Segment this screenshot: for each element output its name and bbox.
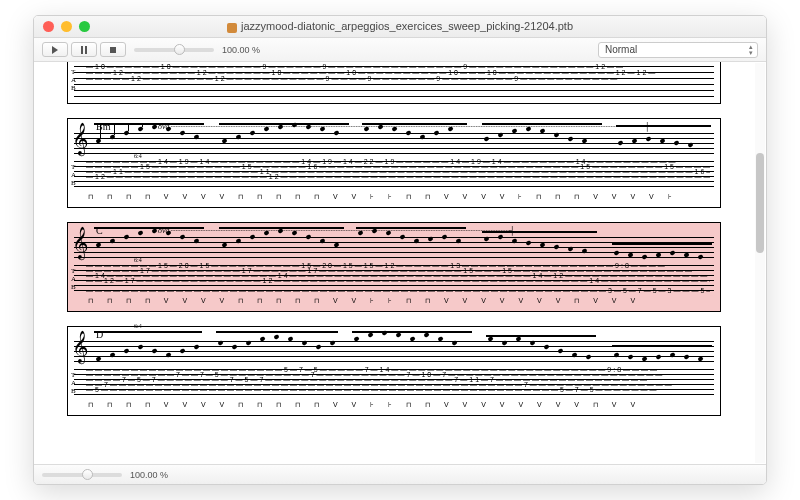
tab-clef: TAB <box>71 163 76 187</box>
tablature-staff: TAB ————————15—20—15——————————15—20—15—1… <box>74 265 714 295</box>
tab-clef: TAB <box>71 371 76 395</box>
play-button[interactable] <box>42 42 68 57</box>
notation-system[interactable]: TAB —10——————10——————————9——————9———————… <box>67 62 721 104</box>
svg-rect-3 <box>110 47 116 53</box>
window-title: jazzymood-diatonic_arpeggios_exercices_s… <box>34 20 766 32</box>
chevron-updown-icon: ▴▾ <box>749 44 753 56</box>
tablature-staff: TAB —10——————10——————————9——————9———————… <box>74 66 714 96</box>
zoom-slider-bottom[interactable] <box>42 473 122 477</box>
svg-rect-1 <box>81 46 83 54</box>
notation-system[interactable]: Bm 8va┄┄┄┄┄┄┄┄┄┄┄┄┄┄┄┄┄┄┄┄┄┄┄┄┄┄┄┄┄┄┄┄┄┄… <box>67 118 721 208</box>
maximize-button[interactable] <box>79 21 90 32</box>
tab-clef: TAB <box>71 68 76 92</box>
standard-staff: 𝄞 6:4 <box>74 129 714 159</box>
zoom-slider[interactable] <box>134 48 214 52</box>
treble-clef-icon: 𝄞 <box>72 229 89 257</box>
notation-system[interactable]: D 𝄞 6:4 <box>67 326 721 416</box>
statusbar: 100.00 % <box>34 464 766 484</box>
note-layer: 6:4 <box>94 337 710 367</box>
vertical-scrollbar[interactable] <box>755 63 765 463</box>
scrollbar-thumb[interactable] <box>756 153 764 253</box>
close-button[interactable] <box>43 21 54 32</box>
stop-button[interactable] <box>100 42 126 57</box>
minimize-button[interactable] <box>61 21 72 32</box>
svg-marker-0 <box>52 46 58 54</box>
score-viewport[interactable]: TAB —10——————10——————————9——————9———————… <box>34 62 754 464</box>
titlebar: jazzymood-diatonic_arpeggios_exercices_s… <box>34 16 766 38</box>
standard-staff: 𝄞 6:4 <box>74 233 714 263</box>
score-page: TAB —10——————10——————————9——————9———————… <box>49 62 739 416</box>
notation-system-selected[interactable]: C 8va┄┄┄┄┄┄┄┄┄┄┄┄┄┄┄┄┄┄┄┄┄┄┄┄┄┄┄┄┄┄┄┄┄┄┄… <box>67 222 721 312</box>
svg-rect-2 <box>85 46 87 54</box>
note-layer: 6:4 <box>94 129 710 159</box>
picking-row: ⊓ ⊓ ⊓ ⊓ V V V V ⊓ ⊓ ⊓ ⊓ ⊓ V V ⊦ ⊦ ⊓ ⊓ V … <box>74 401 714 411</box>
transport-controls <box>42 42 126 57</box>
tab-clef: TAB <box>71 267 76 291</box>
picking-row: ⊓ ⊓ ⊓ ⊓ V V V V ⊓ ⊓ ⊓ ⊓ ⊓ V V ⊦ ⊦ ⊓ ⊓ V … <box>74 297 714 307</box>
app-window: jazzymood-diatonic_arpeggios_exercices_s… <box>33 15 767 485</box>
note-layer: 6:4 <box>94 233 710 263</box>
zoom-knob[interactable] <box>82 469 93 480</box>
window-controls <box>34 21 90 32</box>
tablature-staff: TAB ————————14—19—14——————————14—19—14—2… <box>74 161 714 191</box>
treble-clef-icon: 𝄞 <box>72 333 89 361</box>
view-mode-value: Normal <box>605 44 637 55</box>
zoom-label-bottom: 100.00 % <box>130 470 168 480</box>
toolbar: 100.00 % Normal ▴▾ <box>34 38 766 62</box>
picking-row: ⊓ ⊓ ⊓ ⊓ V V V V ⊓ ⊓ ⊓ ⊓ ⊓ V V ⊦ ⊦ ⊓ ⊓ V … <box>74 193 714 203</box>
zoom-knob[interactable] <box>174 44 185 55</box>
pause-button[interactable] <box>71 42 97 57</box>
treble-clef-icon: 𝄞 <box>72 125 89 153</box>
zoom-label: 100.00 % <box>222 45 260 55</box>
standard-staff: 𝄞 6:4 <box>74 337 714 367</box>
view-mode-select[interactable]: Normal ▴▾ <box>598 42 758 58</box>
tablature-staff: TAB ——————————————————————5—7—5—————7—14… <box>74 369 714 399</box>
document-icon <box>227 23 237 33</box>
